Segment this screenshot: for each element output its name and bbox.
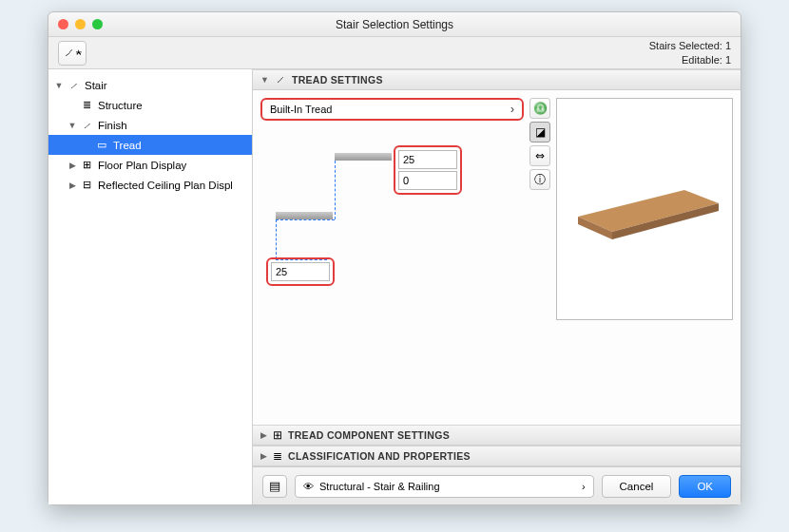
preview-mode-column: ♎ ◪ ⇔ ⓘ <box>529 98 550 417</box>
tree-label: Stair <box>85 80 107 91</box>
selected-count: 1 <box>725 40 731 51</box>
tread-3d-render <box>570 184 722 251</box>
tree-item-rcp[interactable]: ▶⊟Reflected Ceiling Plan Displ <box>48 175 252 195</box>
layer-icon-button[interactable]: ▤ <box>262 475 287 498</box>
chevron-right-icon: › <box>582 481 586 492</box>
panel-tread-component-header[interactable]: ▶ ⊞ TREAD COMPONENT SETTINGS <box>253 425 741 446</box>
selection-summary: Stairs Selected: 1 Editable: 1 <box>649 39 731 66</box>
panel-title: TREAD SETTINGS <box>292 74 383 86</box>
layer-dropdown[interactable]: 👁Structural - Stair & Railing › <box>295 475 594 498</box>
chevron-right-icon: › <box>510 103 514 116</box>
structure-icon: ≣ <box>79 99 94 111</box>
disclosure-right-icon: ▶ <box>67 161 77 170</box>
layer-icon: ▤ <box>269 479 280 493</box>
panel-tread-settings-header[interactable]: ▼ ⟋ TREAD SETTINGS <box>253 69 741 90</box>
floorplan-icon: ⊞ <box>79 159 94 171</box>
editable-count: 1 <box>725 54 731 66</box>
dash-vertical <box>335 161 336 219</box>
nav-tree: ▼⟋Stair ≣Structure ▼⟋Finish ▭Tread ▶⊞Flo… <box>48 69 253 504</box>
tree-item-tread[interactable]: ▭Tread <box>48 135 252 155</box>
disclosure-right-icon: ▶ <box>260 430 267 440</box>
cube-icon: ◪ <box>535 125 546 139</box>
editable-label: Editable: <box>682 54 722 66</box>
dash-vertical <box>276 219 277 259</box>
finish-icon: ⟋ <box>79 120 94 131</box>
layer-value: Structural - Stair & Railing <box>319 481 440 492</box>
tree-item-floorplan[interactable]: ▶⊞Floor Plan Display <box>48 155 252 175</box>
tread-icon: ▭ <box>94 139 109 151</box>
component-icon: ⊞ <box>273 428 282 442</box>
thickness-input[interactable]: 25 <box>398 150 457 169</box>
tree-item-stair[interactable]: ▼⟋Stair <box>48 75 252 95</box>
disclosure-right-icon: ▶ <box>67 180 77 190</box>
titlebar: Stair Selection Settings <box>48 12 741 37</box>
dropdown-value: Built-In Tread <box>270 104 332 115</box>
panel-title: CLASSIFICATION AND PROPERTIES <box>288 450 471 462</box>
main-area: ▼ ⟋ TREAD SETTINGS Built-In Tread › <box>253 69 741 504</box>
tread-left-column: Built-In Tread › 25 0 <box>260 98 524 417</box>
favorites-button[interactable]: ⟋★ <box>58 41 87 66</box>
panel-title: TREAD COMPONENT SETTINGS <box>288 429 450 441</box>
view-3d-button[interactable]: ◪ <box>529 122 550 142</box>
preview-3d <box>556 98 733 320</box>
stair-icon: ⟋ <box>66 80 81 91</box>
cancel-button[interactable]: Cancel <box>602 475 672 498</box>
eye-icon: 👁 <box>303 481 314 492</box>
header-bar: ⟋★ Stairs Selected: 1 Editable: 1 <box>48 37 741 69</box>
selected-label: Stairs Selected: <box>649 40 722 51</box>
dimension-icon: ⇔ <box>535 149 545 162</box>
dialog-window: Stair Selection Settings ⟋★ Stairs Selec… <box>48 11 741 505</box>
view-symbol-button[interactable]: ♎ <box>529 98 550 119</box>
tread-settings-body: Built-In Tread › 25 0 <box>253 90 741 425</box>
tread-type-dropdown[interactable]: Built-In Tread › <box>260 98 524 121</box>
disclosure-down-icon: ▼ <box>260 75 269 85</box>
tree-item-finish[interactable]: ▼⟋Finish <box>48 115 252 135</box>
panel-classification-header[interactable]: ▶ ≣ CLASSIFICATION AND PROPERTIES <box>253 446 741 466</box>
dialog-footer: ▤ 👁Structural - Stair & Railing › Cancel… <box>253 466 741 504</box>
window-title: Stair Selection Settings <box>48 18 741 31</box>
tree-label: Finish <box>98 120 127 131</box>
disclosure-right-icon: ▶ <box>260 451 267 461</box>
view-dimension-button[interactable]: ⇔ <box>529 145 550 166</box>
tread-diagram: 25 0 25 <box>260 124 524 314</box>
diagram-step-lower <box>276 212 333 219</box>
stair-star-icon: ⟋★ <box>63 46 82 60</box>
dialog-body: ▼⟋Stair ≣Structure ▼⟋Finish ▭Tread ▶⊞Flo… <box>48 69 741 504</box>
dash-horizontal <box>276 219 335 220</box>
tree-item-structure[interactable]: ≣Structure <box>48 95 252 115</box>
disclosure-down-icon: ▼ <box>67 121 77 130</box>
info-icon: ⓘ <box>534 172 546 188</box>
highlight-thickness2: 25 <box>266 257 335 286</box>
diagram-step-upper <box>335 153 392 161</box>
thickness2-input[interactable]: 25 <box>271 262 330 281</box>
properties-icon: ≣ <box>273 449 282 463</box>
tree-label: Reflected Ceiling Plan Displ <box>98 180 233 191</box>
ok-button[interactable]: OK <box>679 475 731 498</box>
view-info-button[interactable]: ⓘ <box>529 169 550 190</box>
highlight-thickness-nosing: 25 0 <box>394 145 462 195</box>
symbol-icon: ♎ <box>533 102 548 115</box>
disclosure-down-icon: ▼ <box>54 81 64 90</box>
nosing-input[interactable]: 0 <box>398 171 457 190</box>
rcp-icon: ⊟ <box>79 179 94 191</box>
tread-icon: ⟋ <box>275 73 286 86</box>
tree-label: Floor Plan Display <box>98 160 186 171</box>
tree-label: Structure <box>98 100 143 111</box>
tree-label: Tread <box>113 140 142 151</box>
